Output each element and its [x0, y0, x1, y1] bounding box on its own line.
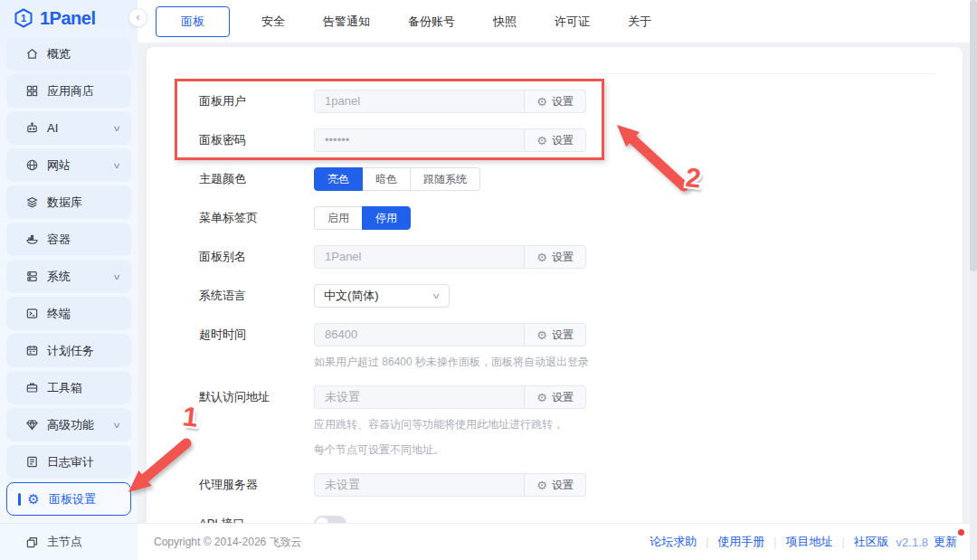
sidebar-item-container[interactable]: 容器	[6, 223, 131, 256]
default-address-set-button[interactable]: ⚙设置	[524, 385, 586, 409]
home-icon	[24, 47, 39, 62]
sidebar-item-label: 应用商店	[47, 83, 94, 100]
project-address-link[interactable]: 项目地址	[785, 534, 832, 550]
language-selected-value: 中文(简体)	[324, 288, 379, 304]
timeout-input[interactable]: 86400	[314, 323, 524, 346]
sidebar-nav: 概览 应用商店 AI ∨ 网站 ∨ 数据库 容器	[0, 36, 138, 523]
gear-icon: ⚙	[26, 492, 41, 507]
tab-alert-notify[interactable]: 告警通知	[323, 14, 370, 30]
tab-snapshot[interactable]: 快照	[493, 14, 517, 30]
proxy-set-button[interactable]: ⚙设置	[524, 473, 586, 497]
sidebar-item-panel-settings[interactable]: ⚙ 面板设置	[6, 482, 131, 516]
footer-links: 论坛求助 | 使用手册 | 项目地址 | 社区版 v2.1.8 更新	[650, 534, 957, 550]
settings-card: 面板用户 1panel ⚙设置 面板密码 •••••• ⚙设置	[147, 47, 963, 523]
panel-password-set-button[interactable]: ⚙设置	[524, 128, 586, 152]
server-icon	[24, 270, 39, 284]
panel-password-input[interactable]: ••••••	[314, 128, 524, 152]
tab-about[interactable]: 关于	[628, 14, 651, 30]
sidebar-item-terminal[interactable]: 终端	[6, 297, 131, 330]
timeout-set-button[interactable]: ⚙设置	[524, 323, 586, 346]
sidebar-item-logs[interactable]: 日志审计	[6, 445, 131, 479]
panel-alias-set-button[interactable]: ⚙设置	[524, 245, 586, 269]
gear-icon: ⚙	[536, 329, 547, 341]
settings-form: 面板用户 1panel ⚙设置 面板密码 •••••• ⚙设置	[174, 74, 935, 523]
forum-help-link[interactable]: 论坛求助	[650, 534, 697, 550]
button-label: 设置	[552, 327, 574, 343]
brand-name: 1Panel	[40, 8, 95, 29]
button-label: 设置	[552, 94, 574, 109]
sidebar-collapse-button[interactable]: ‹	[128, 8, 147, 27]
form-row-panel-password: 面板密码 •••••• ⚙设置	[199, 128, 935, 152]
form-row-panel-alias: 面板别名 1Panel ⚙设置	[199, 245, 935, 269]
theme-segment: 亮色 暗色 跟随系统	[314, 167, 480, 191]
field-label: 系统语言	[199, 284, 314, 308]
proxy-input[interactable]: 未设置	[314, 473, 524, 497]
content-area: 面板用户 1panel ⚙设置 面板密码 •••••• ⚙设置	[138, 43, 977, 523]
scrollbar-thumb[interactable]	[970, 0, 977, 271]
sidebar-item-label: 终端	[47, 306, 71, 322]
sidebar-item-ai[interactable]: AI ∨	[6, 111, 131, 145]
update-label: 更新	[934, 535, 957, 548]
theme-auto-button[interactable]: 跟随系统	[410, 167, 480, 191]
svg-text:1: 1	[21, 13, 26, 24]
default-address-help-text: 每个节点可设置不同地址。	[314, 442, 586, 458]
sidebar-item-label: 主节点	[47, 534, 82, 550]
node-icon	[24, 535, 39, 549]
divider: |	[773, 536, 776, 548]
form-row-menu-tabs: 菜单标签页 启用 停用	[199, 206, 935, 230]
gear-icon: ⚙	[536, 96, 547, 108]
button-label: 设置	[552, 478, 574, 493]
scrollbar-track[interactable]	[970, 0, 977, 560]
panel-user-set-button[interactable]: ⚙设置	[524, 90, 586, 113]
user-manual-link[interactable]: 使用手册	[717, 534, 764, 550]
button-label: 设置	[552, 250, 574, 265]
field-label: 菜单标签页	[199, 206, 314, 230]
tab-backup-account[interactable]: 备份账号	[408, 14, 455, 30]
chevron-down-icon: ∨	[113, 272, 122, 281]
sidebar-item-appstore[interactable]: 应用商店	[6, 74, 131, 108]
brand-hexagon-icon: 1	[13, 7, 34, 29]
log-icon	[24, 455, 39, 470]
form-row-default-address: 默认访问地址 未设置 ⚙设置 应用跳转、容器访问等功能将使用此地址进行跳转， 每…	[199, 385, 935, 458]
theme-dark-button[interactable]: 暗色	[362, 167, 411, 191]
edition-label[interactable]: 社区版	[854, 534, 889, 550]
panel-alias-input[interactable]: 1Panel	[314, 245, 524, 269]
form-row-api: API 接口	[199, 512, 935, 523]
menu-tabs-disable-button[interactable]: 停用	[362, 206, 411, 230]
globe-icon	[24, 158, 39, 173]
field-label: API 接口	[199, 512, 314, 523]
api-toggle[interactable]	[314, 516, 346, 523]
sidebar-item-label: 网站	[47, 157, 71, 174]
tab-panel[interactable]: 面板	[156, 6, 230, 37]
page-footer: Copyright © 2014-2026 飞致云 论坛求助 | 使用手册 | …	[138, 523, 977, 560]
sidebar-item-advanced[interactable]: 高级功能 ∨	[6, 408, 131, 441]
tab-license[interactable]: 许可证	[555, 14, 590, 30]
sidebar-item-system[interactable]: 系统 ∨	[6, 260, 131, 293]
field-label: 面板用户	[199, 90, 314, 113]
sidebar-item-database[interactable]: 数据库	[6, 185, 131, 219]
button-label: 设置	[552, 390, 574, 405]
default-address-input[interactable]: 未设置	[314, 385, 524, 409]
layers-icon	[24, 195, 39, 210]
update-notification-dot	[958, 529, 964, 536]
sidebar-item-website[interactable]: 网站 ∨	[6, 148, 131, 182]
sidebar-item-cronjob[interactable]: 计划任务	[6, 334, 131, 367]
language-select[interactable]: 中文(简体) ∨	[314, 284, 450, 308]
sidebar-item-label: 系统	[47, 269, 71, 285]
default-address-help-text: 应用跳转、容器访问等功能将使用此地址进行跳转，	[314, 417, 586, 432]
field-label: 面板密码	[199, 128, 314, 152]
settings-tabbar: 面板 安全 告警通知 备份账号 快照 许可证 关于	[138, 0, 977, 43]
logo[interactable]: 1 1Panel	[0, 0, 138, 36]
menu-tabs-enable-button[interactable]: 启用	[314, 206, 363, 230]
field-label: 代理服务器	[199, 473, 314, 497]
sidebar-item-label: 工具箱	[47, 380, 82, 396]
panel-user-input[interactable]: 1panel	[314, 90, 524, 113]
main-area: 面板 安全 告警通知 备份账号 快照 许可证 关于 面板用户 1panel ⚙设…	[138, 0, 977, 560]
tab-security[interactable]: 安全	[261, 14, 285, 30]
sidebar-item-master-node[interactable]: 主节点	[0, 523, 138, 560]
sidebar-item-toolbox[interactable]: 工具箱	[6, 371, 131, 404]
gear-icon: ⚙	[536, 392, 547, 403]
sidebar-item-overview[interactable]: 概览	[6, 37, 131, 71]
update-link[interactable]: 更新	[934, 534, 957, 550]
theme-light-button[interactable]: 亮色	[314, 167, 363, 191]
